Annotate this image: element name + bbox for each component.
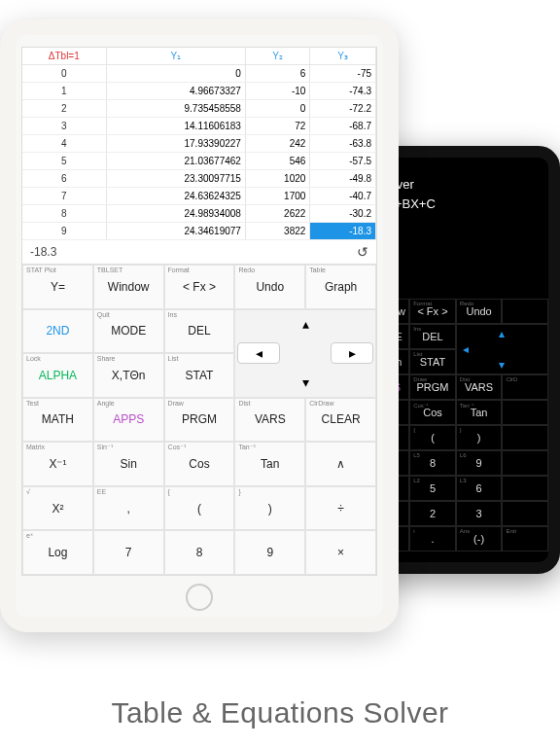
key-vars[interactable]: DistVARS (456, 374, 503, 400)
key-cos[interactable]: Cos⁻¹Cos (409, 400, 456, 425)
key-alpha[interactable]: LockALPHA (22, 353, 93, 398)
table-cell[interactable]: 4 (22, 135, 106, 153)
key-mode[interactable]: QuitMODE (93, 309, 164, 354)
dpad[interactable]: ▴◂▸▾ (234, 309, 376, 398)
key-[interactable]: {( (409, 425, 456, 450)
redo-icon[interactable]: ↺ (357, 244, 368, 260)
dpad-up[interactable]: ▴ (499, 327, 505, 340)
table-cell[interactable]: -68.7 (310, 118, 376, 135)
table-cell[interactable]: 2622 (245, 205, 309, 223)
key-blank[interactable] (502, 400, 548, 425)
key-7[interactable]: 7 (93, 530, 164, 575)
key-[interactable]: × (305, 530, 376, 575)
key-blank[interactable]: ClrD (502, 374, 548, 400)
table-cell[interactable]: 6 (22, 170, 106, 188)
table-cell[interactable]: 8 (22, 205, 106, 223)
table-cell[interactable]: -75 (310, 65, 376, 83)
table-cell[interactable]: 546 (245, 153, 309, 170)
key-apps[interactable]: AngleAPPS (93, 398, 164, 443)
table-cell[interactable]: 242 (245, 135, 309, 153)
table-cell[interactable]: -30.2 (310, 205, 376, 223)
table-cell[interactable]: 0 (22, 65, 106, 83)
table-cell[interactable]: -74.3 (310, 83, 376, 100)
key-6[interactable]: L36 (456, 476, 503, 501)
key-9[interactable]: L69 (456, 450, 503, 476)
key-y[interactable]: STAT PlotY= (22, 265, 93, 309)
key-log[interactable]: eˣLog (22, 530, 93, 575)
dpad-left[interactable]: ◂ (237, 342, 280, 364)
table-cell[interactable]: 24.98934008 (106, 205, 245, 223)
key-[interactable]: EE, (93, 486, 164, 531)
key-del[interactable]: InsDEL (164, 309, 235, 354)
key-stat[interactable]: ListSTAT (409, 349, 456, 374)
table-cell[interactable]: 21.03677462 (106, 153, 245, 170)
key-vars[interactable]: DistVARS (234, 398, 305, 443)
table-cell[interactable]: 24.34619077 (106, 223, 245, 240)
table-header[interactable]: Y₁ (106, 48, 245, 65)
table-cell[interactable]: 3 (22, 118, 106, 135)
table-cell[interactable]: 1020 (245, 170, 309, 188)
key-[interactable]: ÷ (305, 486, 376, 531)
key-math[interactable]: TestMATH (22, 398, 93, 443)
key-x[interactable]: √X² (22, 486, 93, 531)
key-tan[interactable]: Tan⁻¹Tan (456, 400, 503, 425)
dpad-left[interactable]: ◂ (463, 342, 469, 356)
table-cell[interactable]: -49.8 (310, 170, 376, 188)
table-cell[interactable]: 1 (22, 83, 106, 100)
key-blank[interactable] (502, 299, 548, 324)
dpad-up[interactable]: ▴ (282, 310, 329, 339)
table-cell[interactable]: 7 (22, 188, 106, 205)
key-del[interactable]: InsDEL (409, 324, 456, 349)
key-9[interactable]: 9 (234, 530, 305, 575)
key-[interactable]: Ans(-) (456, 526, 503, 551)
key-prgm[interactable]: DrawPRGM (164, 398, 235, 443)
key-8[interactable]: 8 (164, 530, 235, 575)
key-undo[interactable]: RedoUndo (456, 299, 503, 324)
table-cell[interactable]: 1700 (245, 188, 309, 205)
dpad-right[interactable]: ▸ (331, 342, 373, 364)
key-8[interactable]: L58 (409, 450, 456, 476)
key-[interactable]: }) (456, 425, 503, 450)
table-cell[interactable]: 17.93390227 (106, 135, 245, 153)
key-5[interactable]: L25 (409, 476, 456, 501)
key-stat[interactable]: ListSTAT (164, 353, 235, 398)
key-graph[interactable]: TableGraph (305, 265, 376, 309)
table-cell[interactable]: -18.3 (310, 223, 376, 240)
key-blank[interactable] (502, 450, 548, 476)
table-cell[interactable]: 5 (22, 153, 106, 170)
dpad-down[interactable]: ▾ (282, 368, 329, 397)
key-x[interactable]: MatrixX⁻¹ (22, 442, 93, 486)
table-cell[interactable]: 23.30097715 (106, 170, 245, 188)
table-cell[interactable]: 72 (245, 118, 309, 135)
table-header[interactable]: Y₃ (310, 48, 376, 65)
key-sin[interactable]: Sin⁻¹Sin (93, 442, 164, 486)
table-cell[interactable]: 2 (22, 100, 106, 118)
key-undo[interactable]: RedoUndo (234, 265, 305, 309)
key-blank[interactable] (502, 425, 548, 450)
key-clear[interactable]: ClrDrawCLEAR (305, 398, 376, 443)
dpad[interactable]: ▴◂▾ (456, 324, 548, 374)
table-cell[interactable]: 3822 (245, 223, 309, 240)
key-blank[interactable]: Entr (502, 526, 548, 551)
key-3[interactable]: 3 (456, 501, 503, 526)
table-header[interactable]: ΔTbl=1 (22, 48, 106, 65)
key-[interactable]: }) (234, 486, 305, 531)
table-cell[interactable]: 24.63624325 (106, 188, 245, 205)
key-blank[interactable] (502, 476, 548, 501)
table-cell[interactable]: -63.8 (310, 135, 376, 153)
key-fx[interactable]: Format< Fx > (409, 299, 456, 324)
key-blank[interactable] (502, 501, 548, 526)
table-cell[interactable]: -72.2 (310, 100, 376, 118)
table-cell[interactable]: -10 (245, 83, 309, 100)
table-cell[interactable]: 9.735458558 (106, 100, 245, 118)
key-[interactable]: ∧ (305, 442, 376, 486)
table-cell[interactable]: 6 (245, 65, 309, 83)
key-window[interactable]: TBLSETWindow (93, 265, 164, 309)
table-cell[interactable]: 4.96673327 (106, 83, 245, 100)
table-cell[interactable]: 0 (106, 65, 245, 83)
key-tan[interactable]: Tan⁻¹Tan (234, 442, 305, 486)
key-xtn[interactable]: ShareX,TΘn (93, 353, 164, 398)
key-2[interactable]: 2 (409, 501, 456, 526)
table-cell[interactable]: -40.7 (310, 188, 376, 205)
key-cos[interactable]: Cos⁻¹Cos (164, 442, 235, 486)
